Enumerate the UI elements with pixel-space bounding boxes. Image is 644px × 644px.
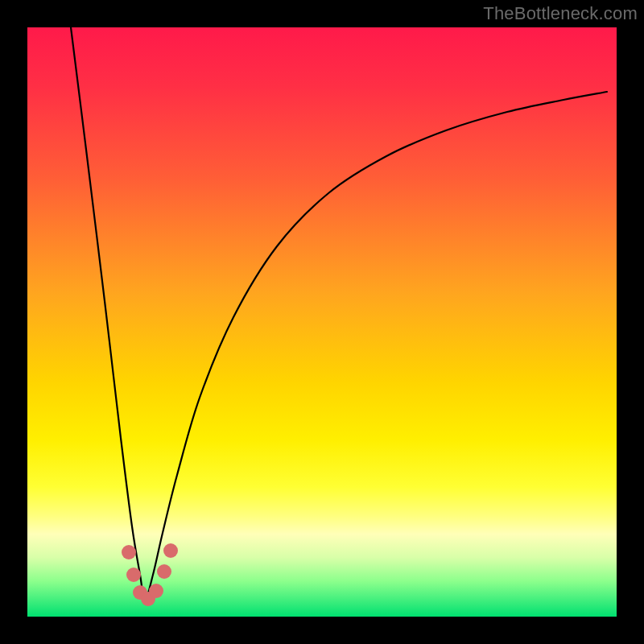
- bottleneck-curve: [71, 27, 607, 601]
- curve-dot: [126, 568, 141, 582]
- curve-dot: [149, 584, 163, 598]
- curve-dot: [163, 543, 178, 558]
- curve-dot: [122, 545, 136, 559]
- attribution-text: TheBottleneck.com: [483, 3, 638, 24]
- curve-dot: [157, 564, 171, 579]
- dot-group: [122, 543, 178, 606]
- bottleneck-chart: [27, 27, 617, 617]
